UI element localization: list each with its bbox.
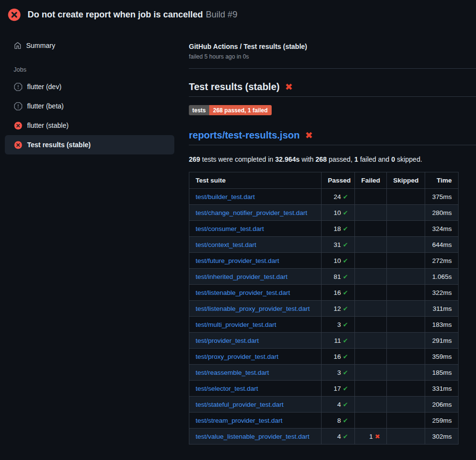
- test-suite-link[interactable]: test/stream_provider_test.dart: [196, 417, 282, 424]
- sidebar-item-flutter-dev[interactable]: flutter (dev): [5, 77, 174, 96]
- time-value: 324ms: [425, 221, 459, 237]
- test-suite-cell: test/inherited_provider_test.dart: [189, 269, 322, 285]
- test-suite-link[interactable]: test/multi_provider_test.dart: [196, 321, 276, 328]
- failed-count-cell: [355, 413, 387, 429]
- passed-count-cell: 81✔: [322, 269, 355, 285]
- test-suite-cell: test/change_notifier_provider_test.dart: [189, 205, 322, 221]
- test-suite-cell: test/future_provider_test.dart: [189, 253, 322, 269]
- passed-count-cell: 8✔: [322, 413, 355, 429]
- failed-count-cell: [355, 221, 387, 237]
- skipped-count-cell: [387, 285, 425, 301]
- test-suite-link[interactable]: test/selector_test.dart: [196, 385, 258, 392]
- skipped-count-cell: [387, 189, 425, 205]
- test-suite-link[interactable]: test/change_notifier_provider_test.dart: [196, 209, 307, 216]
- failed-count-cell: [355, 349, 387, 365]
- test-suite-link[interactable]: test/builder_test.dart: [196, 193, 255, 200]
- skipped-count-cell: [387, 333, 425, 349]
- table-row: test/proxy_provider_test.dart16✔359ms: [189, 349, 459, 365]
- build-number: Build #9: [206, 10, 237, 19]
- passed-count-cell: 18✔: [322, 221, 355, 237]
- passed-count-cell: 10✔: [322, 253, 355, 269]
- check-icon: ✔: [343, 305, 348, 312]
- failed-count-cell: [355, 237, 387, 253]
- check-icon: ✔: [343, 289, 348, 296]
- time-value: 644ms: [425, 237, 459, 253]
- failed-cross-icon: ✖: [305, 131, 313, 140]
- divider: [189, 68, 476, 69]
- passed-count-cell: 24✔: [322, 189, 355, 205]
- table-row: test/listenable_provider_test.dart16✔322…: [189, 285, 459, 301]
- section-heading: Test results (stable) ✖: [189, 81, 476, 97]
- test-suite-link[interactable]: test/stateful_provider_test.dart: [196, 401, 284, 408]
- passed-count: 31: [334, 241, 341, 248]
- check-icon: ✔: [343, 417, 348, 424]
- sidebar: Summary Jobs flutter (dev)flutter (beta)…: [0, 29, 189, 154]
- column-header-skipped: Skipped: [387, 172, 425, 189]
- test-suite-link[interactable]: test/proxy_provider_test.dart: [196, 353, 278, 360]
- test-suite-cell: test/selector_test.dart: [189, 381, 322, 397]
- column-header-passed: Passed: [322, 172, 355, 189]
- sidebar-item-flutter-stable[interactable]: flutter (stable): [5, 116, 174, 135]
- failed-count-cell: [355, 189, 387, 205]
- time-value: 280ms: [425, 205, 459, 221]
- check-icon: ✔: [343, 401, 348, 408]
- test-suite-link[interactable]: test/listenable_provider_test.dart: [196, 289, 290, 296]
- test-suite-cell: test/builder_test.dart: [189, 189, 322, 205]
- table-row: test/change_notifier_provider_test.dart1…: [189, 205, 459, 221]
- test-suite-link[interactable]: test/future_provider_test.dart: [196, 257, 279, 264]
- passed-count: 12: [334, 305, 341, 312]
- passed-count: 8: [338, 417, 341, 424]
- failed-count-cell: [355, 381, 387, 397]
- test-suite-link[interactable]: test/consumer_test.dart: [196, 225, 264, 232]
- job-label: Test results (stable): [27, 141, 91, 149]
- failed-count-cell: [355, 333, 387, 349]
- table-row: test/inherited_provider_test.dart81✔1.06…: [189, 269, 459, 285]
- passed-count: 11: [334, 337, 341, 344]
- time-value: 291ms: [425, 333, 459, 349]
- check-icon: ✔: [343, 369, 348, 376]
- failed-cross-icon: ✖: [285, 82, 292, 92]
- run-header: Do not create report when job is cancell…: [0, 0, 476, 29]
- skipped-count-cell: [387, 301, 425, 317]
- passed-count-cell: 3✔: [322, 365, 355, 381]
- time-value: 183ms: [425, 317, 459, 333]
- skipped-count-cell: [387, 221, 425, 237]
- test-suite-link[interactable]: test/reassemble_test.dart: [196, 369, 269, 376]
- jobs-list: flutter (dev)flutter (beta)flutter (stab…: [0, 77, 189, 154]
- column-header-test-suite: Test suite: [189, 172, 322, 189]
- test-suite-link[interactable]: test/inherited_provider_test.dart: [196, 273, 288, 280]
- passed-count-cell: 12✔: [322, 301, 355, 317]
- time-value: 185ms: [425, 365, 459, 381]
- jobs-section-label: Jobs: [14, 66, 189, 73]
- passed-count-cell: 3✔: [322, 317, 355, 333]
- x-circle-icon: [14, 122, 22, 130]
- sidebar-item-summary[interactable]: Summary: [0, 41, 189, 50]
- failed-count-cell: [355, 317, 387, 333]
- skipped-count-cell: [387, 349, 425, 365]
- skipped-count-cell: [387, 253, 425, 269]
- cross-icon: ✖: [375, 433, 380, 440]
- sidebar-summary-label: Summary: [26, 42, 55, 49]
- x-circle-icon: [8, 8, 21, 21]
- time-value: 1.065s: [425, 269, 459, 285]
- skipped-count-cell: [387, 413, 425, 429]
- sidebar-item-flutter-beta[interactable]: flutter (beta): [5, 96, 174, 116]
- test-suite-link[interactable]: test/listenable_proxy_provider_test.dart: [196, 305, 310, 312]
- passed-count: 81: [334, 273, 341, 280]
- badge-label: tests: [189, 105, 209, 115]
- skipped-count-cell: [387, 317, 425, 333]
- test-suite-link[interactable]: test/provider_test.dart: [196, 337, 259, 344]
- table-row: test/reassemble_test.dart3✔185ms: [189, 365, 459, 381]
- failed-count-cell: 1✖: [355, 429, 387, 445]
- report-file-link[interactable]: reports/test-results.json: [189, 130, 300, 141]
- table-header-row: Test suitePassedFailedSkippedTime: [189, 172, 459, 189]
- run-meta: failed 5 hours ago in 0s: [189, 53, 476, 60]
- table-row: test/future_provider_test.dart10✔272ms: [189, 253, 459, 269]
- sidebar-item-test-results-stable[interactable]: Test results (stable): [5, 135, 174, 154]
- column-header-time: Time: [425, 172, 459, 189]
- x-circle-icon: [14, 141, 22, 149]
- test-suite-link[interactable]: test/value_listenable_provider_test.dart: [196, 433, 309, 440]
- test-suite-link[interactable]: test/context_test.dart: [196, 241, 256, 248]
- test-results-table: Test suitePassedFailedSkippedTime test/b…: [189, 172, 459, 445]
- test-suite-cell: test/listenable_proxy_provider_test.dart: [189, 301, 322, 317]
